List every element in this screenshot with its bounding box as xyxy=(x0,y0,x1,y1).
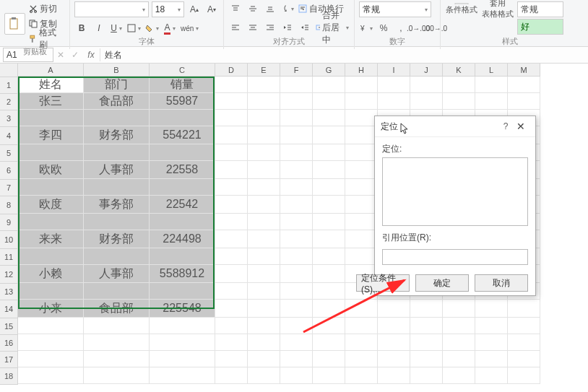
row-header[interactable]: 3 xyxy=(0,110,18,127)
shrink-font-button[interactable]: A▾ xyxy=(204,2,219,17)
column-header[interactable]: F xyxy=(280,64,313,77)
cell[interactable] xyxy=(345,318,378,334)
dialog-titlebar[interactable]: 定位 ? ✕ xyxy=(375,116,535,137)
cell[interactable] xyxy=(215,110,248,126)
cell[interactable] xyxy=(378,351,410,367)
column-header[interactable]: J xyxy=(410,64,443,77)
cell[interactable] xyxy=(345,230,378,248)
cell[interactable] xyxy=(150,110,215,126)
cell[interactable]: 小赖 xyxy=(18,265,84,283)
increase-indent-button[interactable] xyxy=(298,20,312,35)
cell[interactable] xyxy=(475,351,508,367)
cell[interactable] xyxy=(313,179,345,196)
select-all-corner[interactable] xyxy=(0,64,18,77)
align-bottom-button[interactable] xyxy=(263,1,277,16)
cell[interactable] xyxy=(313,367,345,384)
cell[interactable] xyxy=(280,161,313,179)
cell[interactable] xyxy=(313,77,345,93)
cell[interactable] xyxy=(248,334,280,351)
cell[interactable] xyxy=(248,367,280,384)
cell[interactable]: 部门 xyxy=(84,77,150,93)
cell[interactable] xyxy=(508,77,540,93)
cell[interactable] xyxy=(215,179,248,196)
cell[interactable] xyxy=(18,144,84,161)
cell[interactable] xyxy=(280,214,313,230)
cell[interactable] xyxy=(475,77,508,93)
cell[interactable] xyxy=(443,93,475,110)
cell[interactable] xyxy=(18,248,84,265)
cell[interactable] xyxy=(378,93,410,110)
cell[interactable] xyxy=(248,230,280,248)
cell[interactable] xyxy=(18,367,84,384)
cell[interactable] xyxy=(313,334,345,351)
cell[interactable]: 食品部 xyxy=(84,93,150,110)
cell[interactable] xyxy=(215,300,248,318)
cell[interactable] xyxy=(150,367,215,384)
cell[interactable] xyxy=(215,318,248,334)
cell[interactable] xyxy=(508,367,540,384)
cell[interactable] xyxy=(313,110,345,126)
cell[interactable] xyxy=(280,300,313,318)
cell[interactable] xyxy=(443,367,475,384)
row-header[interactable]: 12 xyxy=(0,266,18,284)
cell[interactable]: 225548 xyxy=(150,300,215,318)
cell[interactable] xyxy=(248,110,280,126)
cell[interactable] xyxy=(150,334,215,351)
cell[interactable] xyxy=(18,318,84,334)
cell[interactable] xyxy=(215,214,248,230)
cell[interactable] xyxy=(410,300,443,318)
cell[interactable]: 销量 xyxy=(150,77,215,93)
cell[interactable] xyxy=(215,351,248,367)
cell[interactable] xyxy=(215,367,248,384)
column-header[interactable]: C xyxy=(150,64,215,77)
row-header[interactable]: 18 xyxy=(0,368,18,385)
cell[interactable] xyxy=(345,126,378,144)
column-header[interactable]: B xyxy=(84,64,150,77)
cell[interactable] xyxy=(345,300,378,318)
column-header[interactable]: H xyxy=(345,64,378,77)
cell[interactable] xyxy=(215,196,248,214)
cell[interactable] xyxy=(443,318,475,334)
cell[interactable] xyxy=(345,351,378,367)
cell[interactable] xyxy=(345,214,378,230)
cell[interactable] xyxy=(18,351,84,367)
row-header[interactable]: 2 xyxy=(0,94,18,110)
cell[interactable] xyxy=(280,230,313,248)
row-header[interactable]: 6 xyxy=(0,162,18,180)
cell[interactable] xyxy=(313,318,345,334)
cell[interactable] xyxy=(410,334,443,351)
cell[interactable] xyxy=(84,144,150,161)
cell[interactable] xyxy=(443,334,475,351)
grow-font-button[interactable]: A▴ xyxy=(187,2,202,17)
decrease-indent-button[interactable] xyxy=(280,20,295,35)
cell[interactable] xyxy=(84,351,150,367)
cell[interactable] xyxy=(150,248,215,265)
cancel-icon[interactable]: ✕ xyxy=(53,48,68,62)
cell[interactable] xyxy=(150,214,215,230)
cell[interactable] xyxy=(345,367,378,384)
cell[interactable] xyxy=(345,93,378,110)
cell[interactable] xyxy=(248,161,280,179)
cell[interactable] xyxy=(313,144,345,161)
cell[interactable] xyxy=(443,351,475,367)
cell[interactable] xyxy=(345,110,378,126)
cell[interactable] xyxy=(313,248,345,265)
cell[interactable] xyxy=(280,318,313,334)
cell[interactable] xyxy=(345,144,378,161)
cell[interactable] xyxy=(280,144,313,161)
cell[interactable] xyxy=(280,334,313,351)
cell[interactable] xyxy=(84,318,150,334)
cell[interactable] xyxy=(248,248,280,265)
bold-button[interactable]: B xyxy=(74,21,89,35)
font-color-button[interactable]: A▾ xyxy=(163,21,177,35)
cell[interactable] xyxy=(378,318,410,334)
cell[interactable]: 22558 xyxy=(150,161,215,179)
accounting-button[interactable]: ¥▾ xyxy=(359,21,373,35)
dialog-help-button[interactable]: ? xyxy=(499,121,512,131)
cell[interactable] xyxy=(215,283,248,300)
cell[interactable] xyxy=(215,265,248,283)
cell[interactable]: 事务部 xyxy=(84,196,150,214)
cell[interactable] xyxy=(18,334,84,351)
cell[interactable] xyxy=(84,110,150,126)
cell[interactable] xyxy=(313,214,345,230)
